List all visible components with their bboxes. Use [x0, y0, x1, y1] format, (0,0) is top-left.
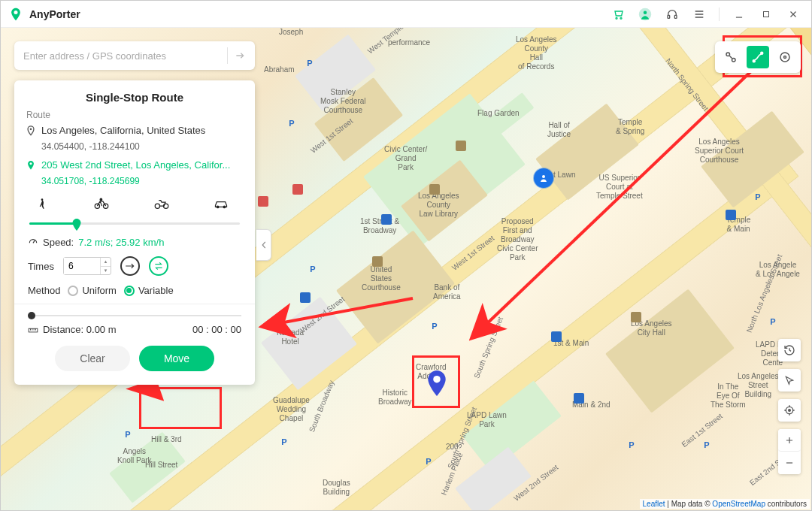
road-label: South Spring Street — [472, 316, 504, 379]
road-label: West Temple Street — [366, 28, 423, 56]
method-uniform-radio[interactable]: Uniform — [68, 285, 117, 296]
times-up[interactable]: ▲ — [101, 258, 111, 267]
gauge-icon — [28, 236, 38, 249]
svg-point-13 — [30, 129, 32, 131]
motorcycle-mode-icon[interactable] — [153, 195, 170, 212]
map-label: Joseph — [279, 28, 303, 37]
speed-slider[interactable] — [29, 216, 240, 230]
svg-point-0 — [14, 11, 18, 14]
map-label: Los Angeles Street Building — [738, 372, 779, 399]
minimize-button[interactable] — [729, 4, 750, 25]
svg-point-25 — [732, 59, 736, 62]
destination-pin-icon — [427, 370, 447, 399]
method-variable-radio[interactable]: Variable — [124, 285, 174, 296]
dest-coords: 34.051708, -118.245699 — [26, 176, 243, 186]
dest-address: 205 West 2nd Street, Los Angeles, Califo… — [41, 159, 230, 174]
car-mode-icon[interactable] — [213, 195, 229, 212]
map-label: In The Eye Of The Storm — [710, 382, 746, 410]
map-label: Crawford Addition — [416, 363, 447, 381]
loop-toggle-button[interactable] — [120, 256, 140, 276]
start-coords: 34.054400, -118.244100 — [26, 141, 243, 152]
svg-point-8 — [542, 175, 545, 178]
map-label: Abraham — [264, 65, 295, 74]
svg-point-2 — [620, 17, 622, 19]
maximize-button[interactable] — [756, 4, 777, 25]
transport-mode-row — [26, 194, 243, 215]
svg-point-15 — [41, 198, 44, 201]
panel-title: Single-Stop Route — [26, 91, 243, 104]
logo-icon — [8, 7, 23, 22]
route-mode-button[interactable] — [747, 46, 769, 68]
mode-toolbar — [715, 41, 801, 73]
svg-rect-23 — [29, 328, 38, 332]
svg-point-18 — [100, 198, 102, 201]
move-button[interactable]: Move — [139, 346, 214, 371]
map-label: Douglas Building — [323, 479, 350, 497]
osm-link[interactable]: OpenStreetMap — [712, 500, 765, 508]
start-address: Los Angeles, California, United States — [41, 125, 205, 139]
svg-point-9 — [433, 376, 441, 383]
zoom-in-button[interactable] — [778, 429, 801, 452]
map-label: US Superior Court at Temple Street — [596, 174, 643, 201]
clear-button[interactable]: Clear — [55, 346, 130, 371]
svg-point-28 — [780, 53, 789, 62]
svg-rect-7 — [764, 11, 769, 17]
route-start: Los Angeles, California, United States — [26, 125, 243, 139]
road-label: East 1st Street — [680, 412, 724, 449]
content-area: Los Angeles County Hall of Records perfo… — [1, 28, 811, 510]
map-attribution: Leaflet | Map data © OpenStreetMap contr… — [640, 499, 810, 509]
times-input[interactable] — [64, 258, 100, 274]
ruler-icon — [28, 325, 38, 334]
search-go-button[interactable] — [228, 44, 252, 68]
map-label: Main & 2nd — [572, 401, 611, 410]
timer-readout: 00 : 00 : 00 — [192, 324, 241, 335]
map-label: 1st Street & Broadway — [360, 217, 399, 235]
leaflet-link[interactable]: Leaflet — [643, 500, 665, 508]
annotation-box — [139, 387, 222, 429]
svg-point-31 — [789, 410, 791, 412]
headset-icon[interactable] — [662, 4, 683, 25]
svg-point-29 — [784, 56, 786, 59]
route-destination: 205 West 2nd Street, Los Angeles, Califo… — [26, 159, 243, 174]
menu-icon[interactable] — [689, 4, 710, 25]
recenter-button[interactable] — [778, 399, 801, 422]
route-panel: Single-Stop Route Route Los Angeles, Cal… — [14, 80, 255, 385]
times-stepper: ▲ ▼ — [63, 257, 111, 275]
close-button[interactable] — [783, 4, 804, 25]
method-label: Method — [28, 285, 60, 296]
app-title: AnyPorter — [29, 8, 80, 20]
svg-point-21 — [217, 206, 219, 208]
zoom-out-button[interactable] — [778, 452, 801, 474]
times-down[interactable]: ▼ — [101, 267, 111, 275]
svg-point-22 — [223, 206, 226, 208]
cycle-toggle-button[interactable] — [149, 256, 168, 276]
svg-rect-5 — [668, 15, 670, 18]
distance-slider[interactable] — [28, 312, 241, 319]
svg-point-19 — [155, 204, 159, 208]
svg-point-4 — [644, 11, 647, 14]
pointer-button[interactable] — [778, 369, 801, 392]
road-label: North Los Angeles Street — [745, 253, 784, 334]
svg-point-14 — [29, 162, 32, 165]
history-button[interactable] — [778, 339, 801, 361]
pin-icon — [26, 159, 37, 174]
distance-readout: Distance: 0.00 m — [28, 324, 117, 335]
search-input[interactable] — [23, 50, 227, 62]
speed-value: 7.2 m/s; 25.92 km/h — [78, 237, 164, 248]
map-label: Historic Broadway — [378, 389, 411, 407]
map-label: Los Angele & Los Angele — [756, 261, 800, 279]
account-icon[interactable] — [635, 4, 656, 25]
title-bar: AnyPorter — [1, 1, 811, 28]
cart-icon[interactable] — [607, 4, 629, 25]
teleport-mode-button[interactable] — [720, 46, 742, 68]
bike-mode-icon[interactable] — [93, 195, 110, 212]
map-label: performance — [388, 38, 430, 47]
panel-collapse-handle[interactable] — [256, 229, 271, 261]
walk-mode-icon[interactable] — [34, 195, 50, 212]
svg-point-1 — [616, 17, 617, 19]
map-controls — [778, 339, 801, 474]
speed-readout: Speed: 7.2 m/s; 25.92 km/h — [26, 236, 243, 249]
settings-mode-button[interactable] — [774, 46, 796, 68]
svg-point-24 — [726, 53, 730, 56]
annotation-box — [412, 355, 460, 408]
